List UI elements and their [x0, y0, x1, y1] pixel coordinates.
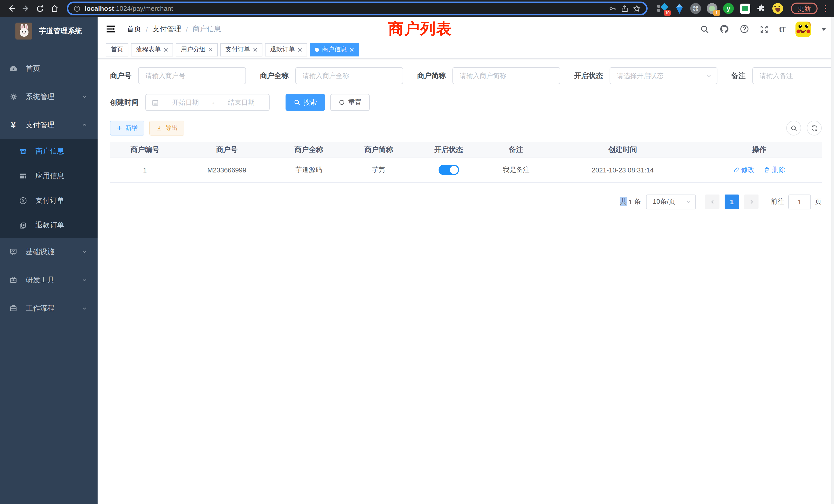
- sidebar-item-system[interactable]: 系统管理: [0, 83, 97, 111]
- search-submit-button[interactable]: 搜索: [286, 94, 325, 111]
- hide-search-button[interactable]: [786, 121, 801, 136]
- close-icon[interactable]: [164, 47, 168, 51]
- extensions-puzzle-icon[interactable]: [755, 3, 767, 14]
- breadcrumb-payment[interactable]: 支付管理: [153, 24, 181, 33]
- extension-badge: 1: [713, 10, 720, 16]
- chevron-down-icon: [686, 199, 691, 204]
- full-name-input[interactable]: [295, 67, 403, 84]
- github-button[interactable]: [720, 24, 729, 34]
- tag-merchant-info-active[interactable]: 商户信息: [310, 43, 359, 56]
- close-icon[interactable]: [298, 47, 302, 51]
- active-dot-icon: [315, 47, 319, 51]
- tag-label: 用户分组: [181, 45, 205, 54]
- trash-icon: [764, 167, 770, 173]
- close-icon[interactable]: [208, 47, 213, 51]
- question-circle-icon: [740, 24, 749, 34]
- search-button[interactable]: [700, 24, 709, 33]
- extension-command-icon[interactable]: ⌘: [690, 3, 702, 14]
- page-size-select[interactable]: 10条/页: [646, 194, 696, 209]
- sidebar-item-infrastructure[interactable]: 基础设施: [0, 238, 97, 266]
- bookmark-star-icon[interactable]: [633, 4, 641, 13]
- tag-refund-order[interactable]: 退款订单: [265, 43, 307, 56]
- window-scrollbar[interactable]: [831, 17, 834, 504]
- search-icon: [294, 99, 301, 106]
- github-icon: [720, 24, 729, 34]
- browser-reload-button[interactable]: [34, 2, 46, 15]
- extension-pin-icon[interactable]: [673, 3, 685, 14]
- tag-user-group[interactable]: 用户分组: [176, 43, 218, 56]
- breadcrumb-separator: /: [146, 25, 148, 33]
- extension-y-icon[interactable]: y: [723, 3, 734, 14]
- filter-full-name: 商户全称: [260, 67, 403, 84]
- edit-button[interactable]: 修改: [733, 165, 755, 175]
- delete-button[interactable]: 删除: [764, 165, 785, 175]
- browser-home-button[interactable]: [48, 2, 61, 15]
- prev-page-button[interactable]: [705, 194, 720, 209]
- refresh-table-button[interactable]: [807, 121, 822, 136]
- sidebar-logo[interactable]: 芋道管理系统: [0, 17, 97, 45]
- table-header-row: 商户编号 商户号 商户全称 商户简称 开启状态 备注 创建时间 操作: [110, 142, 822, 158]
- filter-remark: 备注: [731, 67, 834, 84]
- payment-submenu: 商户信息 应用信息 支付订单: [0, 139, 97, 238]
- sidebar-item-home[interactable]: 首页: [0, 54, 97, 83]
- address-bar[interactable]: localhost:1024/pay/merchant: [67, 2, 648, 16]
- date-separator: -: [212, 98, 215, 106]
- command-glyph: ⌘: [690, 3, 701, 14]
- user-avatar[interactable]: [795, 21, 811, 37]
- sidebar-item-refund-order[interactable]: 退款订单: [0, 213, 97, 238]
- tag-label: 流程表单: [136, 45, 161, 54]
- goto-page-input[interactable]: [788, 194, 811, 209]
- field-label: 创建时间: [110, 98, 139, 107]
- status-toggle[interactable]: [438, 165, 459, 175]
- merchant-no-input[interactable]: [138, 67, 246, 84]
- start-date-placeholder[interactable]: 开始日期: [163, 98, 208, 107]
- browser-menu-button[interactable]: [822, 3, 829, 14]
- reset-button[interactable]: 重置: [330, 94, 370, 111]
- page-1-button[interactable]: 1: [725, 194, 739, 209]
- status-select[interactable]: 请选择开启状态: [610, 67, 718, 84]
- tag-pay-order[interactable]: 支付订单: [220, 43, 262, 56]
- browser-back-button[interactable]: [5, 2, 18, 15]
- profile-avatar-icon[interactable]: [772, 3, 784, 14]
- sidebar-item-pay-order[interactable]: 支付订单: [0, 188, 97, 213]
- close-icon[interactable]: [253, 47, 257, 51]
- breadcrumb-home[interactable]: 首页: [127, 24, 141, 33]
- sidebar-item-workflow[interactable]: 工作流程: [0, 294, 97, 322]
- sidebar-item-dev-tools[interactable]: 研发工具: [0, 266, 97, 294]
- create-time-range-picker[interactable]: 开始日期 - 结束日期: [145, 94, 270, 111]
- remark-input[interactable]: [752, 67, 834, 84]
- password-key-icon[interactable]: [609, 4, 617, 13]
- export-button[interactable]: 导出: [150, 121, 184, 136]
- add-button[interactable]: 新增: [110, 121, 144, 136]
- share-icon[interactable]: [621, 4, 629, 13]
- sidebar-item-merchant-info[interactable]: 商户信息: [0, 139, 97, 164]
- tag-label: 首页: [111, 45, 123, 54]
- site-info-icon[interactable]: [73, 5, 81, 12]
- browser-forward-button[interactable]: [20, 2, 32, 15]
- extension-recorder-icon[interactable]: 1: [706, 3, 718, 14]
- fullscreen-button[interactable]: [760, 24, 769, 33]
- pikachu-avatar-image: [795, 21, 811, 37]
- next-page-button[interactable]: [744, 194, 759, 209]
- help-button[interactable]: [740, 24, 749, 34]
- breadcrumb-separator: /: [186, 25, 188, 33]
- cell-short-name: 芋艿: [344, 158, 414, 182]
- short-name-input[interactable]: [453, 67, 560, 84]
- tag-home[interactable]: 首页: [106, 43, 128, 56]
- field-label: 商户号: [110, 71, 131, 80]
- extension-chat-icon[interactable]: [739, 3, 751, 14]
- tag-process-form[interactable]: 流程表单: [131, 43, 173, 56]
- sidebar-item-payment[interactable]: ¥ 支付管理: [0, 111, 97, 139]
- filter-status: 开启状态 请选择开启状态: [574, 67, 718, 84]
- browser-update-button[interactable]: 更新: [791, 3, 817, 14]
- extension-tasks-icon[interactable]: 10: [657, 3, 668, 14]
- fullscreen-icon: [760, 24, 769, 33]
- filter-merchant-no: 商户号: [110, 67, 246, 84]
- end-date-placeholder[interactable]: 结束日期: [219, 98, 263, 107]
- blue-pin-glyph: [675, 3, 683, 14]
- close-icon[interactable]: [350, 47, 354, 51]
- font-size-button[interactable]: tT: [779, 25, 785, 33]
- avatar-dropdown-caret-icon[interactable]: [821, 27, 826, 30]
- sidebar-collapse-button[interactable]: [105, 23, 116, 35]
- sidebar-item-app-info[interactable]: 应用信息: [0, 164, 97, 188]
